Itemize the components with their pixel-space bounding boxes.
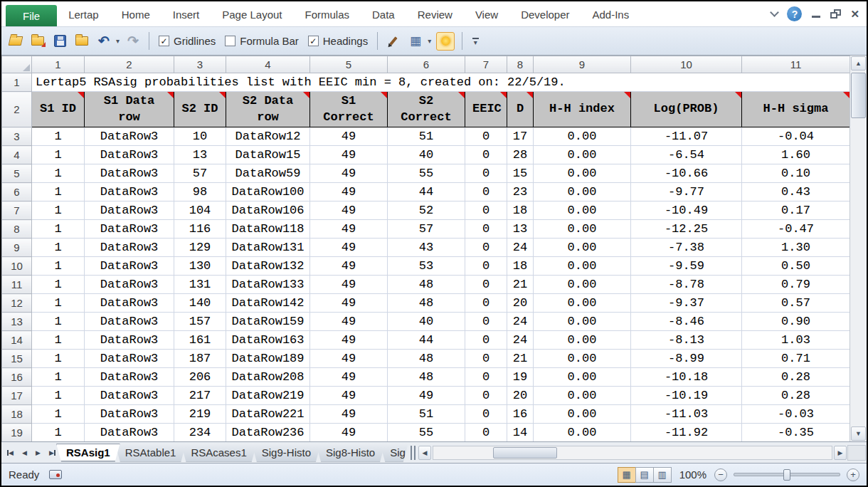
cell[interactable]: DataRow3 — [85, 331, 174, 350]
column-header-1[interactable]: 1 — [32, 56, 85, 73]
cell[interactable]: 1 — [32, 331, 85, 350]
cell[interactable]: 49 — [310, 239, 388, 257]
cell[interactable]: 49 — [388, 387, 465, 405]
column-header-3[interactable]: 3 — [174, 56, 226, 73]
menu-tab-review[interactable]: Review — [406, 3, 464, 26]
cell[interactable]: DataRow3 — [85, 276, 174, 294]
cell[interactable]: DataRow3 — [85, 239, 174, 257]
field-header-s1-correct[interactable]: S1 Correct — [310, 92, 388, 127]
cell[interactable]: 48 — [388, 350, 465, 368]
cell[interactable]: 0.28 — [742, 387, 850, 405]
cell[interactable]: 0.00 — [534, 350, 631, 368]
cell[interactable]: 53 — [388, 257, 465, 276]
cell[interactable]: 20 — [507, 294, 534, 313]
cell[interactable]: DataRow106 — [226, 201, 310, 220]
cell[interactable]: 49 — [310, 350, 388, 368]
menu-tab-formulas[interactable]: Formulas — [294, 3, 361, 26]
cell[interactable]: 48 — [388, 276, 465, 294]
cell[interactable]: DataRow59 — [226, 164, 310, 183]
scroll-up-icon[interactable]: ▲ — [851, 56, 866, 70]
sheet-tab-rsasig1[interactable]: RSAsig1 — [56, 444, 120, 462]
cell[interactable]: DataRow142 — [226, 294, 310, 313]
tab-splitter[interactable] — [411, 446, 416, 460]
cell[interactable]: 0.00 — [534, 331, 631, 350]
cell[interactable]: DataRow236 — [226, 424, 310, 442]
cell[interactable]: 20 — [507, 387, 534, 405]
cell[interactable]: 98 — [174, 183, 226, 201]
undo-dropdown-icon[interactable]: ▾ — [116, 37, 120, 45]
hscroll-right-icon[interactable]: ▶ — [834, 446, 847, 460]
field-header-s2-data-row[interactable]: S2 Data row — [226, 92, 310, 127]
cell[interactable]: 1 — [32, 368, 85, 387]
zoom-in-icon[interactable]: + — [847, 468, 859, 481]
cell[interactable]: -11.07 — [631, 127, 742, 146]
cell[interactable]: -11.92 — [631, 424, 742, 442]
cell[interactable]: 0.00 — [534, 146, 631, 164]
cell[interactable]: DataRow189 — [226, 350, 310, 368]
cell[interactable]: -8.78 — [631, 276, 742, 294]
cell[interactable]: 234 — [174, 424, 226, 442]
cell[interactable]: DataRow3 — [85, 294, 174, 313]
cell[interactable]: 0.00 — [534, 127, 631, 146]
cell[interactable]: 49 — [310, 368, 388, 387]
cell[interactable]: 161 — [174, 331, 226, 350]
field-header-h-h-index[interactable]: H-H index — [534, 92, 631, 127]
cell[interactable]: 0 — [465, 164, 507, 183]
horizontal-scrollbar[interactable] — [433, 446, 832, 460]
scroll-down-icon[interactable]: ▼ — [851, 426, 866, 441]
cell[interactable]: 49 — [310, 183, 388, 201]
menu-tab-page-layout[interactable]: Page Layout — [211, 3, 293, 26]
cell[interactable]: 17 — [507, 127, 534, 146]
cell[interactable]: -6.54 — [631, 146, 742, 164]
cell[interactable]: DataRow15 — [226, 146, 310, 164]
cell[interactable]: -10.19 — [631, 387, 742, 405]
sheet-tab-sig[interactable]: Sig — [380, 444, 408, 462]
formula-bar-checkbox[interactable]: Formula Bar — [223, 35, 301, 47]
cell[interactable]: 1 — [32, 164, 85, 183]
cell[interactable]: 0.00 — [534, 368, 631, 387]
row-header-12[interactable]: 12 — [2, 294, 32, 313]
row-header-16[interactable]: 16 — [2, 368, 32, 387]
paintbrush-icon[interactable] — [385, 33, 402, 50]
cell[interactable]: 1 — [32, 201, 85, 220]
cell[interactable]: DataRow118 — [226, 220, 310, 239]
cell[interactable]: 1 — [32, 405, 85, 424]
cell[interactable]: DataRow132 — [226, 257, 310, 276]
cell[interactable]: 44 — [388, 183, 465, 201]
cell[interactable]: 0.00 — [534, 220, 631, 239]
cell[interactable]: 0.00 — [534, 257, 631, 276]
cell[interactable]: -12.25 — [631, 220, 742, 239]
zoom-slider[interactable] — [734, 473, 840, 476]
cell[interactable]: DataRow219 — [226, 387, 310, 405]
cell[interactable]: 21 — [507, 350, 534, 368]
cell[interactable]: 0 — [465, 368, 507, 387]
cell[interactable]: 55 — [388, 424, 465, 442]
cell[interactable]: 24 — [507, 331, 534, 350]
cell[interactable]: 49 — [310, 424, 388, 442]
first-sheet-icon[interactable]: ◀ — [4, 446, 18, 460]
cell[interactable]: 55 — [388, 164, 465, 183]
cell[interactable]: 0 — [465, 294, 507, 313]
page-break-view-icon[interactable]: ▥ — [653, 467, 672, 483]
menu-tab-developer[interactable]: Developer — [509, 3, 581, 26]
menu-tab-add-ins[interactable]: Add-Ins — [581, 3, 641, 26]
cell[interactable]: 0 — [465, 183, 507, 201]
row-header-9[interactable]: 9 — [2, 239, 32, 257]
row-header-15[interactable]: 15 — [2, 350, 32, 368]
cell[interactable]: -8.13 — [631, 331, 742, 350]
column-header-6[interactable]: 6 — [388, 56, 465, 73]
field-header-s1-data-row[interactable]: S1 Data row — [85, 92, 174, 127]
cell[interactable]: -9.77 — [631, 183, 742, 201]
menu-tab-view[interactable]: View — [464, 3, 509, 26]
cell[interactable]: -11.03 — [631, 405, 742, 424]
gridlines-checkbox[interactable]: ✓ Gridlines — [157, 35, 218, 47]
cell[interactable]: 0.28 — [742, 368, 850, 387]
cell[interactable]: -10.66 — [631, 164, 742, 183]
cell[interactable]: 0.71 — [742, 350, 850, 368]
cell[interactable]: 49 — [310, 294, 388, 313]
cell[interactable]: 0.50 — [742, 257, 850, 276]
cell[interactable]: 57 — [174, 164, 226, 183]
cell[interactable]: -7.38 — [631, 239, 742, 257]
column-header-10[interactable]: 10 — [631, 56, 742, 73]
field-header-s1-id[interactable]: S1 ID — [32, 92, 85, 127]
